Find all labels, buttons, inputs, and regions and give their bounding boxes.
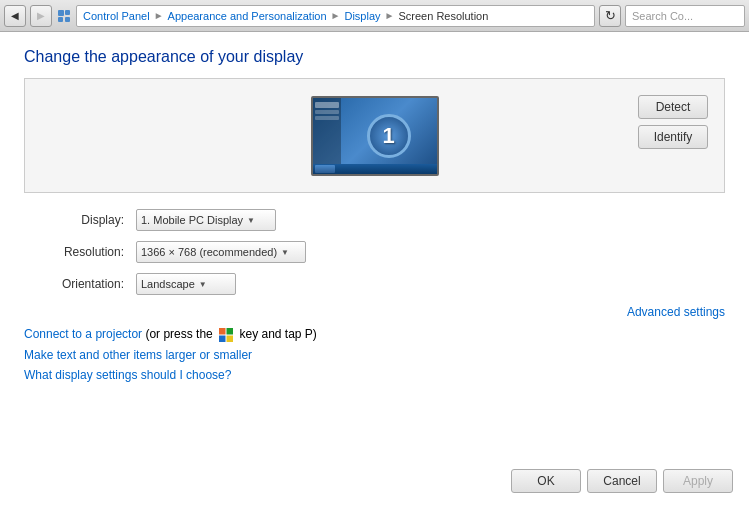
info-links: Connect to a projector (or press the key… xyxy=(24,327,725,382)
monitor-display: 1 xyxy=(311,96,439,176)
display-dropdown-arrow: ▼ xyxy=(247,216,255,225)
resolution-row: Resolution: 1366 × 768 (recommended) ▼ xyxy=(24,241,725,263)
breadcrumb-control-panel[interactable]: Control Panel xyxy=(83,10,150,22)
search-box[interactable]: Search Co... xyxy=(625,5,745,27)
svg-rect-7 xyxy=(227,335,234,342)
breadcrumb-sep-3: ► xyxy=(385,10,395,21)
connect-projector-link[interactable]: Connect to a projector xyxy=(24,327,142,341)
svg-rect-3 xyxy=(65,17,70,22)
apply-button[interactable]: Apply xyxy=(663,469,733,493)
projector-text-2: key and tap P) xyxy=(239,327,316,341)
monitor-taskbar xyxy=(313,164,437,174)
display-value: 1. Mobile PC Display xyxy=(141,214,243,226)
display-row: Display: 1. Mobile PC Display ▼ xyxy=(24,209,725,231)
orientation-dropdown-arrow: ▼ xyxy=(199,280,207,289)
forward-button[interactable]: ▶ xyxy=(30,5,52,27)
refresh-button[interactable]: ↻ xyxy=(599,5,621,27)
window-icon xyxy=(56,8,72,24)
detect-button[interactable]: Detect xyxy=(638,95,708,119)
text-size-row: Make text and other items larger or smal… xyxy=(24,348,725,362)
breadcrumb: Control Panel ► Appearance and Personali… xyxy=(76,5,595,27)
identify-button[interactable]: Identify xyxy=(638,125,708,149)
monitor-frame: 1 xyxy=(311,96,439,176)
svg-rect-1 xyxy=(65,10,70,15)
svg-rect-4 xyxy=(219,328,226,335)
breadcrumb-display[interactable]: Display xyxy=(344,10,380,22)
detect-identify-group: Detect Identify xyxy=(638,95,708,149)
bottom-buttons: OK Cancel Apply xyxy=(511,469,733,493)
cancel-button[interactable]: Cancel xyxy=(587,469,657,493)
monitor-area: 1 Detect Identify xyxy=(24,78,725,193)
resolution-value: 1366 × 768 (recommended) xyxy=(141,246,277,258)
breadcrumb-appearance[interactable]: Appearance and Personalization xyxy=(168,10,327,22)
display-settings-link[interactable]: What display settings should I choose? xyxy=(24,368,231,382)
back-button[interactable]: ◀ xyxy=(4,5,26,27)
orientation-label: Orientation: xyxy=(24,277,124,291)
monitor-number: 1 xyxy=(367,114,411,158)
advanced-link-row: Advanced settings xyxy=(24,305,725,319)
main-content: Change the appearance of your display xyxy=(0,32,749,509)
svg-rect-6 xyxy=(219,335,226,342)
orientation-dropdown[interactable]: Landscape ▼ xyxy=(136,273,236,295)
resolution-dropdown-arrow: ▼ xyxy=(281,248,289,257)
svg-rect-5 xyxy=(227,328,234,335)
resolution-label: Resolution: xyxy=(24,245,124,259)
advanced-settings-link[interactable]: Advanced settings xyxy=(627,305,725,319)
breadcrumb-sep-1: ► xyxy=(154,10,164,21)
ok-button[interactable]: OK xyxy=(511,469,581,493)
svg-rect-0 xyxy=(58,10,64,16)
resolution-dropdown[interactable]: 1366 × 768 (recommended) ▼ xyxy=(136,241,306,263)
breadcrumb-screen-resolution: Screen Resolution xyxy=(398,10,488,22)
display-settings-row: What display settings should I choose? xyxy=(24,368,725,382)
breadcrumb-sep-2: ► xyxy=(331,10,341,21)
svg-rect-2 xyxy=(58,17,63,22)
monitor-screen: 1 xyxy=(313,98,437,174)
projector-row: Connect to a projector (or press the key… xyxy=(24,327,725,342)
display-label: Display: xyxy=(24,213,124,227)
orientation-value: Landscape xyxy=(141,278,195,290)
projector-text-1: (or press the xyxy=(145,327,216,341)
text-size-link[interactable]: Make text and other items larger or smal… xyxy=(24,348,252,362)
display-dropdown[interactable]: 1. Mobile PC Display ▼ xyxy=(136,209,276,231)
search-placeholder: Search Co... xyxy=(632,10,693,22)
monitor-start-btn xyxy=(315,165,335,173)
address-bar: ◀ ▶ Control Panel ► Appearance and Perso… xyxy=(0,0,749,32)
windows-logo-icon xyxy=(219,328,233,342)
orientation-row: Orientation: Landscape ▼ xyxy=(24,273,725,295)
page-title: Change the appearance of your display xyxy=(24,48,725,66)
